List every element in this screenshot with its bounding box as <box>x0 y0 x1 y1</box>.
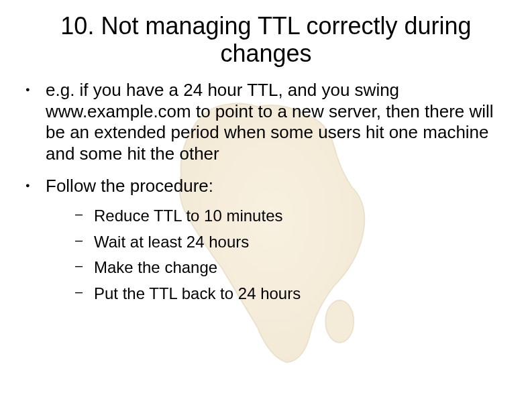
sub-bullet-item: Wait at least 24 hours <box>46 229 505 255</box>
bullet-item: Follow the procedure: Reduce TTL to 10 m… <box>20 176 505 306</box>
bullet-item: e.g. if you have a 24 hour TTL, and you … <box>20 80 505 165</box>
bullet-list: e.g. if you have a 24 hour TTL, and you … <box>20 80 505 306</box>
slide-title: 10. Not managing TTL correctly during ch… <box>27 12 505 68</box>
sub-bullet-item: Put the TTL back to 24 hours <box>46 281 505 306</box>
svg-point-0 <box>325 300 354 343</box>
slide: 10. Not managing TTL correctly during ch… <box>0 12 532 399</box>
sub-bullet-item: Reduce TTL to 10 minutes <box>46 203 505 229</box>
sub-bullet-text: Reduce TTL to 10 minutes <box>94 207 282 225</box>
sub-bullet-text: Put the TTL back to 24 hours <box>94 284 301 302</box>
sub-bullet-text: Wait at least 24 hours <box>94 233 249 251</box>
sub-bullet-list: Reduce TTL to 10 minutes Wait at least 2… <box>46 203 505 306</box>
sub-bullet-item: Make the change <box>46 255 505 280</box>
bullet-text: e.g. if you have a 24 hour TTL, and you … <box>46 80 494 164</box>
sub-bullet-text: Make the change <box>94 258 217 276</box>
bullet-text: Follow the procedure: <box>46 176 213 196</box>
